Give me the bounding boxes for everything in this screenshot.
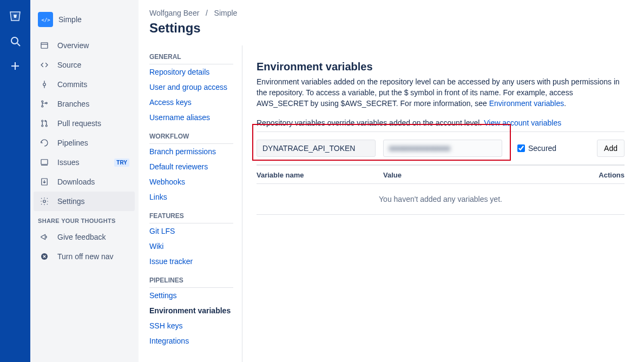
settings-link-accesskeys[interactable]: Access keys: [149, 95, 233, 110]
sidebar-item-label: Settings: [57, 197, 129, 206]
svg-rect-16: [41, 160, 48, 164]
sidebar-item-issues[interactable]: Issues TRY: [34, 153, 135, 172]
overview-icon: [39, 40, 50, 51]
sidebar-item-label: Pipelines: [57, 139, 129, 147]
variable-value-masked: ■■■■■■■■■■■■: [389, 144, 450, 153]
env-override: Repository variables override variables …: [257, 119, 625, 127]
settings-link-pipelinesettings[interactable]: Settings: [149, 288, 233, 303]
add-variable-row: ■■■■■■■■■■■■ Secured Add: [257, 131, 625, 166]
close-circle-icon: [39, 251, 50, 262]
commits-icon: [39, 79, 50, 90]
breadcrumb-owner[interactable]: Wolfgang Beer: [149, 9, 199, 17]
svg-point-20: [43, 200, 46, 203]
settings-link-issuetracker[interactable]: Issue tracker: [149, 254, 233, 269]
breadcrumb-sep: /: [206, 9, 208, 17]
sidebar-item-settings[interactable]: Settings: [34, 192, 135, 211]
breadcrumb: Wolfgang Beer / Simple: [149, 9, 633, 17]
col-actions: Actions: [581, 171, 625, 179]
sidebar-item-branches[interactable]: Branches: [34, 94, 135, 114]
svg-rect-5: [41, 43, 48, 49]
section-header-pipelines: PIPELINES: [149, 271, 233, 288]
sidebar-item-pullrequests[interactable]: Pull requests: [34, 114, 135, 133]
settings-link-webhooks[interactable]: Webhooks: [149, 174, 233, 189]
sidebar-item-label: Overview: [57, 41, 129, 50]
section-header-features: FEATURES: [149, 207, 233, 223]
secured-checkbox-wrapper[interactable]: Secured: [517, 144, 556, 153]
col-value: Value: [383, 171, 581, 179]
env-title: Environment variables: [257, 61, 625, 73]
issues-icon: [39, 157, 50, 168]
env-override-text: Repository variables override variables …: [257, 119, 484, 127]
settings-link-envvars[interactable]: Environment variables: [149, 303, 233, 318]
search-icon[interactable]: [9, 35, 22, 48]
sidebar-item-pipelines[interactable]: Pipelines: [34, 133, 135, 153]
variable-value-input[interactable]: ■■■■■■■■■■■■: [383, 140, 502, 157]
breadcrumb-repo[interactable]: Simple: [214, 9, 238, 17]
settings-link-defaultreviewers[interactable]: Default reviewers: [149, 159, 233, 174]
sidebar-item-label: Pull requests: [57, 119, 129, 128]
sidebar-item-label: Commits: [57, 80, 129, 89]
section-header-workflow: WORKFLOW: [149, 127, 233, 144]
sidebar-item-commits[interactable]: Commits: [34, 75, 135, 94]
share-thoughts-header: SHARE YOUR THOUGHTS: [30, 211, 138, 227]
megaphone-icon: [39, 232, 50, 242]
env-desc-link[interactable]: Environment variables: [489, 99, 564, 108]
svg-point-14: [42, 125, 43, 127]
settings-link-repodetails[interactable]: Repository details: [149, 64, 233, 80]
svg-point-11: [42, 106, 43, 107]
sidebar-item-source[interactable]: Source: [34, 55, 135, 75]
sidebar-item-feedback[interactable]: Give feedback: [34, 227, 135, 247]
settings-link-integrations[interactable]: Integrations: [149, 333, 233, 348]
page-title: Settings: [149, 21, 633, 36]
sidebar-item-label: Give feedback: [57, 233, 129, 241]
svg-point-15: [45, 125, 47, 127]
svg-point-7: [43, 83, 46, 86]
sidebar-item-label: Source: [57, 61, 129, 69]
project-name: Simple: [58, 15, 82, 24]
branches-icon: [39, 98, 50, 109]
project-avatar-icon: </>: [38, 12, 53, 27]
settings-link-gitlfs[interactable]: Git LFS: [149, 223, 233, 239]
sidebar-item-label: Branches: [57, 100, 129, 108]
project-header: </> Simple: [30, 12, 138, 36]
variables-table-header: Variable name Value Actions: [257, 166, 625, 184]
secured-checkbox[interactable]: [517, 144, 525, 152]
svg-point-10: [42, 101, 43, 102]
sidebar-item-label: Issues: [57, 158, 107, 167]
settings-link-sshkeys[interactable]: SSH keys: [149, 318, 233, 333]
env-desc-suffix: .: [564, 99, 566, 108]
svg-line-1: [17, 43, 20, 46]
sidebar-item-label: Turn off new nav: [57, 252, 129, 261]
settings-link-usergroup[interactable]: User and group access: [149, 80, 233, 95]
settings-link-links[interactable]: Links: [149, 189, 233, 205]
sidebar-item-downloads[interactable]: Downloads: [34, 172, 135, 192]
downloads-icon: [39, 176, 50, 187]
repo-sidebar: </> Simple Overview Source Commits Branc…: [30, 0, 139, 362]
empty-state: You haven't added any variables yet.: [257, 184, 625, 215]
svg-point-13: [42, 120, 43, 122]
settings-nav: GENERAL Repository details User and grou…: [139, 45, 239, 362]
sidebar-item-label: Downloads: [57, 177, 129, 186]
settings-link-wiki[interactable]: Wiki: [149, 239, 233, 254]
bitbucket-logo-icon[interactable]: [9, 10, 22, 23]
settings-link-branchperms[interactable]: Branch permissions: [149, 144, 233, 159]
secured-label: Secured: [528, 144, 556, 153]
gear-icon: [39, 196, 50, 207]
source-icon: [39, 60, 50, 70]
pullrequest-icon: [39, 118, 50, 129]
plus-icon[interactable]: [9, 60, 22, 73]
sidebar-item-overview[interactable]: Overview: [34, 36, 135, 55]
pipelines-icon: [39, 137, 50, 148]
col-variable-name: Variable name: [257, 171, 383, 179]
sidebar-item-turnoff[interactable]: Turn off new nav: [34, 247, 135, 266]
env-description: Environment variables added on the repos…: [257, 76, 625, 109]
svg-text:</>: </>: [42, 17, 51, 23]
main-content: Environment variables Environment variab…: [242, 45, 644, 362]
section-header-general: GENERAL: [149, 48, 233, 64]
view-account-variables-link[interactable]: View account variables: [484, 119, 561, 127]
variable-name-input[interactable]: [257, 140, 376, 157]
settings-link-aliases[interactable]: Username aliases: [149, 110, 233, 125]
add-button[interactable]: Add: [597, 140, 625, 157]
svg-point-0: [11, 37, 18, 44]
global-nav-rail: [0, 0, 30, 362]
